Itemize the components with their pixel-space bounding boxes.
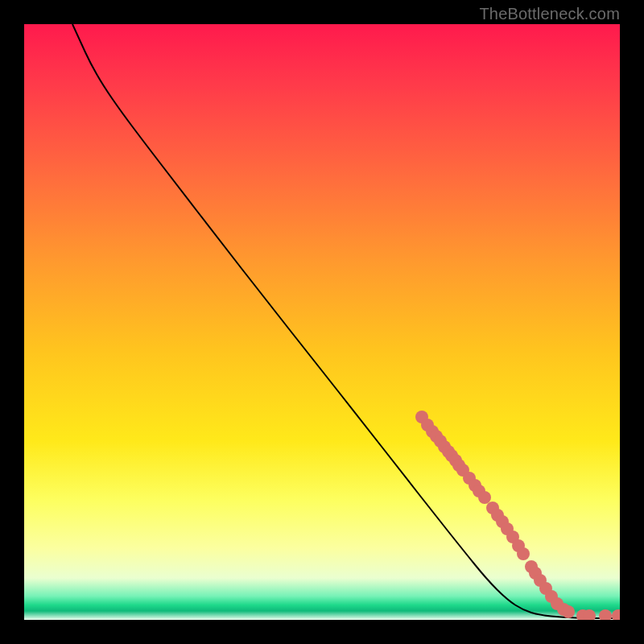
data-point [478, 491, 491, 504]
attribution-label: TheBottleneck.com [479, 5, 620, 23]
data-point [562, 605, 575, 618]
chart-frame: TheBottleneck.com [0, 0, 644, 644]
plot-area [24, 24, 620, 620]
scatter-dots [415, 411, 620, 620]
chart-overlay [24, 24, 620, 620]
data-point [612, 609, 620, 620]
data-point [517, 547, 530, 560]
bottleneck-curve [72, 24, 620, 618]
data-point [599, 609, 612, 620]
